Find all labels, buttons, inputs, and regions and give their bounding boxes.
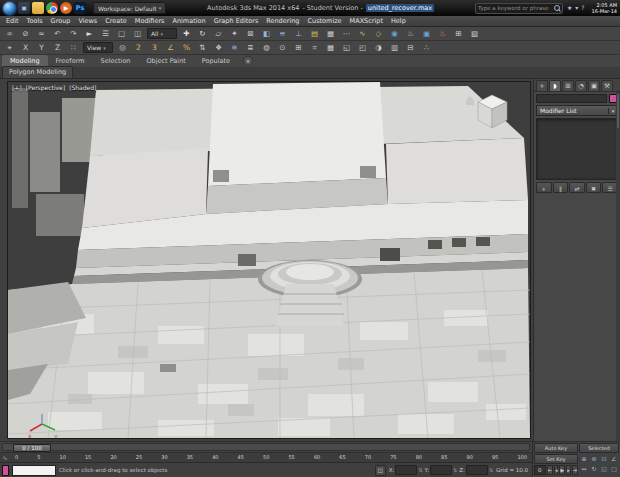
search-icon[interactable] [554, 5, 560, 11]
graphite-ribbon-icon[interactable]: ▦ [324, 28, 337, 40]
photoshop-icon[interactable]: Ps [74, 2, 86, 14]
exposure-control-icon[interactable]: ◑ [372, 42, 385, 54]
schematic-view-icon[interactable]: ◇ [372, 28, 385, 40]
angle-snap-icon[interactable]: ∠ [164, 42, 177, 54]
viewport-layout-icon[interactable]: ◱ [340, 42, 353, 54]
viewport-canvas[interactable]: x y [8, 82, 530, 438]
mini-curve-editor-icon[interactable]: ∿ [0, 453, 10, 462]
axis-z-constraint-icon[interactable]: Z [51, 42, 64, 54]
unlink-selection-icon[interactable]: ⊘ [19, 28, 32, 40]
display-filter-icon[interactable]: ◍ [260, 42, 273, 54]
grids-icon[interactable]: ⊞ [292, 42, 305, 54]
color-clipboard-icon[interactable]: ▧ [468, 28, 481, 40]
tab-create-icon[interactable]: + [536, 80, 548, 91]
search-input[interactable] [478, 5, 554, 11]
select-object-icon[interactable]: ► [83, 28, 96, 40]
snap-2d-icon[interactable]: 2 [132, 42, 145, 54]
scrollbar-thumb[interactable] [617, 94, 619, 128]
zoom-icon[interactable]: ⊕ [579, 454, 589, 464]
make-unique-button[interactable]: ⇄ [569, 182, 585, 193]
spinner-icon[interactable]: ⇅ [453, 467, 457, 473]
menu-item[interactable]: Modifiers [131, 16, 169, 27]
modifier-stack-list[interactable] [536, 118, 618, 180]
time-slider-handle[interactable]: 0 / 100 [13, 444, 51, 452]
viewport-pov-menu[interactable]: [Perspective] [26, 84, 65, 91]
selection-filter-dropdown[interactable]: All ▾ [147, 28, 177, 39]
batch-render-icon[interactable]: ▥ [388, 42, 401, 54]
scene-explorer-icon[interactable]: ≣ [244, 42, 257, 54]
menu-item[interactable]: Rendering [262, 16, 303, 27]
select-and-place-icon[interactable]: ⌖ [3, 42, 16, 54]
coordinate-input[interactable] [466, 465, 488, 475]
menu-item[interactable]: Tools [23, 16, 47, 27]
array-tool-icon[interactable]: ⊞ [452, 28, 465, 40]
play-animation-icon[interactable]: ▶ [559, 465, 565, 475]
coordinate-input[interactable] [430, 465, 452, 475]
reference-coordinate-dropdown[interactable]: View ▾ [83, 42, 113, 53]
explorer-icon[interactable]: ▣ [18, 2, 30, 14]
select-by-name-icon[interactable]: ☰ [99, 28, 112, 40]
mirror-icon[interactable]: ◧ [260, 28, 273, 40]
menu-item[interactable]: Customize [303, 16, 345, 27]
bind-to-spacewarp-icon[interactable]: ≈ [35, 28, 48, 40]
select-and-manipulate-icon[interactable]: ✦ [228, 28, 241, 40]
macro-recorder-pane[interactable] [2, 465, 9, 476]
snap-3d-icon[interactable]: 3 [148, 42, 161, 54]
modifier-list-dropdown[interactable]: Modifier List ▾ [536, 105, 618, 116]
go-to-end-icon[interactable]: ⇥ [572, 465, 578, 475]
axis-y-constraint-icon[interactable]: Y [35, 42, 48, 54]
rectangular-selection-icon[interactable]: ▢ [115, 28, 128, 40]
render-region-icon[interactable]: ◰ [356, 42, 369, 54]
set-key-button[interactable]: Set Key [534, 454, 578, 464]
coordinate-input[interactable] [395, 465, 417, 475]
start-orb[interactable] [3, 2, 16, 15]
quick-align-icon[interactable]: ≋ [228, 42, 241, 54]
window-crossing-icon[interactable]: ◫ [131, 28, 144, 40]
menu-item[interactable]: Graph Editors [210, 16, 263, 27]
axis-x-constraint-icon[interactable]: X [19, 42, 32, 54]
help-icon[interactable]: ? [581, 2, 584, 14]
media-player-icon[interactable]: ▶ [60, 2, 72, 14]
current-frame-field[interactable]: 0 [534, 465, 546, 475]
zoom-extents-icon[interactable]: ⊡ [599, 454, 609, 464]
perspective-viewport[interactable]: x y [+] [Perspective] [Shaded] [7, 81, 531, 439]
remove-modifier-button[interactable]: ✖ [586, 182, 602, 193]
spacing-tool-icon[interactable]: ⋯ [340, 28, 353, 40]
taskbar-clock[interactable]: 2:05 AM 16-Mar-14 [592, 2, 617, 14]
more-tools-icon[interactable]: ∴ [420, 42, 433, 54]
axis-plane-constraint-icon[interactable]: ∷ [67, 42, 80, 54]
pan-icon[interactable]: ↔ [579, 464, 589, 474]
sign-in-icon[interactable]: ★ [567, 2, 572, 14]
menu-item[interactable]: MAXScript [346, 16, 387, 27]
menu-item[interactable]: Group [47, 16, 75, 27]
zoom-region-icon[interactable]: ▢ [609, 464, 619, 474]
align-icon[interactable]: ≡ [276, 28, 289, 40]
time-slider-groove[interactable]: 0 / 100 [2, 443, 530, 451]
state-sets-icon[interactable]: ⊟ [404, 42, 417, 54]
next-frame-icon[interactable]: ▸ [566, 465, 571, 475]
show-end-result-button[interactable]: ∥ [553, 182, 569, 193]
previous-frame-icon[interactable]: ◂ [554, 465, 559, 475]
communication-center-icon[interactable]: ▾ [575, 2, 578, 14]
viewport-shading-menu[interactable]: [Shaded] [69, 84, 96, 91]
spinner-icon[interactable]: ⇅ [418, 467, 422, 473]
material-editor-icon[interactable]: ◉ [388, 28, 401, 40]
zoom-all-icon[interactable]: ⊛ [589, 454, 599, 464]
auto-key-button[interactable]: Auto Key [534, 443, 578, 453]
fov-icon[interactable]: ∠ [609, 454, 619, 464]
tab-display-icon[interactable]: ▣ [588, 80, 600, 91]
redo-icon[interactable]: ↷ [67, 28, 80, 40]
ribbon-tab[interactable]: Populate [194, 55, 238, 67]
keyboard-override-icon[interactable]: ⊠ [244, 28, 257, 40]
rendered-frame-icon[interactable]: ▣ [420, 28, 433, 40]
percent-snap-icon[interactable]: % [180, 42, 193, 54]
spinner-icon[interactable]: ⇅ [489, 467, 493, 473]
tab-modify-icon[interactable]: ◗ [549, 80, 561, 91]
measure-icon[interactable]: ⌗ [308, 42, 321, 54]
chrome-icon[interactable] [46, 2, 58, 14]
menu-item[interactable]: Edit [2, 16, 23, 27]
use-center-icon[interactable]: ◎ [116, 42, 129, 54]
tab-hierarchy-icon[interactable]: ⊞ [562, 80, 574, 91]
tab-motion-icon[interactable]: ◔ [575, 80, 587, 91]
command-panel-scrollbar[interactable] [616, 92, 620, 441]
